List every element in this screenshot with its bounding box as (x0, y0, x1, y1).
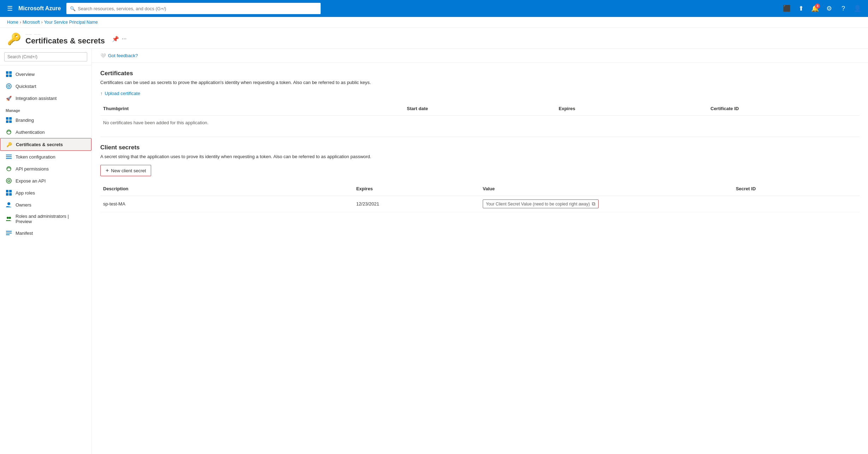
certificates-description: Certificates can be used as secrets to p… (100, 80, 860, 85)
breadcrumb-service-principal[interactable]: Your Service Principal Name (44, 20, 98, 25)
content-area: 🤍 Got feedback? Certificates Certificate… (92, 49, 868, 454)
hamburger-menu[interactable]: ☰ (4, 3, 16, 14)
breadcrumb-home[interactable]: Home (7, 20, 18, 25)
cert-table-header: Thumbprint Start date Expires Certificat… (100, 102, 860, 116)
global-search-input[interactable] (78, 6, 317, 11)
top-navigation: ☰ Microsoft Azure 🔍 ⬛ ⬆ 🔔 3 ⚙ ? 👤 (0, 0, 868, 17)
sidebar-item-integration-label: Integration assistant (16, 96, 57, 101)
svg-rect-1 (9, 71, 12, 74)
upload-icon[interactable]: ⬆ (795, 2, 807, 15)
breadcrumb-sep2: › (41, 20, 43, 25)
breadcrumb: Home › Microsoft › Your Service Principa… (0, 17, 868, 28)
feedback-heart-icon: 🤍 (100, 53, 106, 58)
svg-rect-13 (6, 158, 12, 159)
svg-rect-20 (9, 193, 12, 196)
cert-col-thumbprint: Thumbprint (100, 104, 404, 113)
pin-icon[interactable]: 📌 (112, 36, 119, 42)
svg-rect-12 (6, 156, 12, 157)
notification-icon[interactable]: 🔔 3 (809, 2, 821, 15)
secret-col-description: Description (100, 185, 353, 193)
key-icon: 🔑 (7, 32, 21, 46)
sidebar-item-roles[interactable]: Roles and administrators | Preview (0, 211, 91, 227)
main-layout: Overview Quickstart 🚀 Integration assist… (0, 49, 868, 454)
sidebar-item-expose[interactable]: Expose an API (0, 175, 91, 187)
svg-point-16 (8, 180, 10, 182)
svg-rect-9 (9, 120, 12, 123)
cert-col-id: Certificate ID (708, 104, 860, 113)
help-icon[interactable]: ? (837, 2, 850, 15)
sidebar-item-api-label: API permissions (16, 166, 49, 172)
sidebar-item-expose-label: Expose an API (16, 178, 46, 184)
svg-point-4 (6, 84, 11, 89)
svg-point-21 (7, 202, 10, 205)
secret-row-description: sp-test-MA (100, 200, 353, 208)
secret-col-value: Value (480, 185, 733, 193)
owners-icon (6, 202, 12, 208)
svg-rect-11 (6, 155, 12, 155)
sidebar-item-token[interactable]: Token configuration (0, 151, 91, 163)
more-options-icon[interactable]: ··· (122, 36, 126, 42)
sidebar-item-certificates[interactable]: 🔑 Certificates & secrets (0, 138, 91, 151)
page-title: Certificates & secrets (25, 36, 105, 46)
sidebar-item-overview[interactable]: Overview (0, 68, 91, 80)
upload-certificate-label: Upload certificate (105, 91, 140, 96)
integration-icon: 🚀 (6, 95, 12, 101)
settings-icon[interactable]: ⚙ (823, 2, 836, 15)
cert-col-expires: Expires (556, 104, 708, 113)
authentication-icon (6, 129, 12, 135)
certificates-title: Certificates (100, 70, 860, 77)
svg-rect-8 (6, 120, 8, 123)
certificates-section: Certificates Certificates can be used as… (92, 63, 868, 137)
svg-point-5 (8, 85, 10, 87)
secret-value-text: Your Client Secret Value (need to be cop… (486, 202, 590, 207)
secret-row-expires: 12/23/2021 (353, 200, 480, 208)
sidebar-nav: Overview Quickstart 🚀 Integration assist… (0, 65, 91, 242)
upload-arrow-icon: ↑ (100, 91, 103, 96)
secret-table-header: Description Expires Value Secret ID (100, 182, 860, 196)
sidebar-search-wrapper (0, 49, 91, 65)
app-name-blurred: ── ── (25, 32, 105, 36)
sidebar-item-owners[interactable]: Owners (0, 199, 91, 211)
cert-col-startdate: Start date (404, 104, 556, 113)
sidebar-item-quickstart[interactable]: Quickstart (0, 80, 91, 92)
svg-rect-25 (6, 233, 12, 233)
svg-point-22 (7, 217, 9, 219)
app-name-wrapper: ── ── Certificates & secrets (25, 32, 105, 46)
svg-rect-7 (9, 117, 12, 120)
sidebar-manage-label: Manage (0, 104, 91, 114)
manifest-icon (6, 230, 12, 236)
sidebar-item-api[interactable]: API permissions (0, 163, 91, 175)
svg-rect-2 (6, 74, 8, 77)
upload-certificate-button[interactable]: ↑ Upload certificate (100, 91, 860, 96)
approles-icon (6, 190, 12, 196)
sidebar-item-approles-label: App roles (16, 190, 35, 196)
svg-rect-0 (6, 71, 8, 74)
secret-value-box: Your Client Secret Value (need to be cop… (483, 199, 599, 208)
svg-rect-24 (6, 231, 12, 232)
sidebar-item-branding[interactable]: Branding (0, 114, 91, 126)
sidebar-item-manifest[interactable]: Manifest (0, 227, 91, 239)
global-search-bar[interactable]: 🔍 (66, 3, 321, 14)
breadcrumb-microsoft[interactable]: Microsoft (23, 20, 40, 25)
sidebar-item-authentication[interactable]: Authentication (0, 126, 91, 138)
sidebar-item-roles-label: Roles and administrators | Preview (16, 214, 86, 224)
cert-no-data-message: No certificates have been added for this… (100, 116, 860, 130)
sidebar: Overview Quickstart 🚀 Integration assist… (0, 49, 92, 454)
sidebar-item-overview-label: Overview (16, 72, 35, 77)
cert-icon: 🔑 (6, 141, 12, 148)
page-header-actions: 📌 ··· (112, 36, 126, 42)
sidebar-item-approles[interactable]: App roles (0, 187, 91, 199)
sidebar-item-quickstart-label: Quickstart (16, 84, 36, 89)
feedback-bar[interactable]: 🤍 Got feedback? (92, 49, 868, 63)
user-avatar[interactable]: 👤 (851, 2, 864, 15)
copy-icon[interactable]: ⧉ (592, 201, 595, 207)
new-client-secret-button[interactable]: + New client secret (100, 165, 151, 176)
breadcrumb-sep1: › (20, 20, 21, 25)
sidebar-search-input[interactable] (4, 52, 87, 61)
sidebar-item-integration[interactable]: 🚀 Integration assistant (0, 92, 91, 104)
sidebar-item-auth-label: Authentication (16, 130, 44, 135)
secret-table-row: sp-test-MA 12/23/2021 Your Client Secret… (100, 196, 860, 212)
screen-icon[interactable]: ⬛ (780, 2, 793, 15)
svg-rect-17 (6, 190, 8, 192)
page-header: 🔑 ── ── Certificates & secrets 📌 ··· (0, 28, 868, 49)
